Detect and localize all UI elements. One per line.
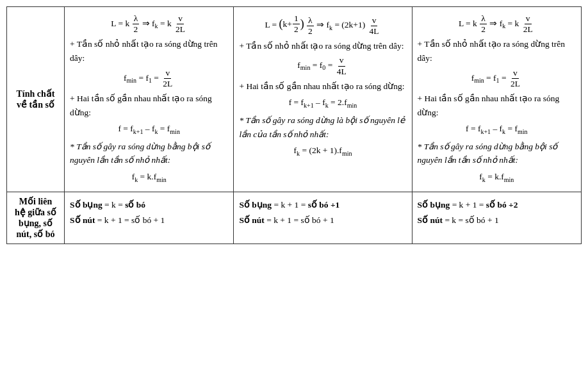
italic-text-2: * Tần số gây ra sóng dừng là bội số nguy… bbox=[239, 113, 406, 141]
formula-fk-1: fk = k.fmin bbox=[70, 170, 228, 185]
formula-fdiff-1: f = fk+1 – fk = fmin bbox=[70, 122, 228, 137]
row-header-moilien: Mối liên hệ giữa số bụng, số nút, số bó bbox=[7, 192, 65, 244]
tinhthat-col3: L = k λ2 ⇒ fk = k v2L + Tần số nhỏ nhất … bbox=[412, 7, 581, 192]
formula-fdiff-2: f = fk+1 – fk = 2.fmin bbox=[239, 95, 406, 111]
moilien-text3-1: Số bụng = k + 1 = số bó +2 bbox=[418, 198, 576, 212]
table-row-tinhthat: Tính chất về tần số L = k λ2 ⇒ fk = k v2… bbox=[7, 7, 582, 192]
moilien-text2-2: Số nút = k + 1 = số bó + 1 bbox=[239, 213, 406, 227]
table-row-moilien: Mối liên hệ giữa số bụng, số nút, số bó … bbox=[7, 192, 582, 244]
moilien-text1-1: Số bụng = k = số bó bbox=[70, 198, 228, 212]
formula-fmin-3: fmin = f1 = v2L bbox=[418, 68, 576, 89]
moilien-col2: Số bụng = k + 1 = số bó +1 Số nút = k + … bbox=[234, 192, 412, 244]
italic-text-1: * Tần số gây ra sóng dừng bằng bội số ng… bbox=[70, 140, 228, 167]
moilien-text2-1: Số bụng = k + 1 = số bó +1 bbox=[239, 198, 406, 212]
row-header-tinhthat: Tính chất về tần số bbox=[7, 7, 65, 192]
text-fanso-1: + Tần số nhỏ nhất tạo ra sóng dừng trên … bbox=[70, 37, 228, 65]
italic-text-3: * Tần số gây ra sóng dừng bằng bội số ng… bbox=[418, 140, 576, 167]
formula-lk-2: L = ( k+ 12 ) λ2 ⇒ fk = (2k+1) v4L bbox=[239, 13, 406, 37]
tinhthat-col1: L = k λ2 ⇒ fk = k v2L + Tần số nhỏ nhất … bbox=[65, 7, 234, 192]
moilien-col1: Số bụng = k = số bó Số nút = k + 1 = số … bbox=[65, 192, 234, 244]
text-fanso-2: + Tần số nhỏ nhất tạo ra sóng dừng trên … bbox=[239, 39, 406, 53]
formula-fk-3: fk = k.fmin bbox=[418, 170, 576, 185]
text-fanso-3: + Tần số nhỏ nhất tạo ra sóng dừng trên … bbox=[418, 37, 576, 65]
text-hai-2: + Hai tần số gần nhau nhất tạo ra sóng d… bbox=[239, 79, 406, 94]
moilien-col3: Số bụng = k + 1 = số bó +2 Số nút = k = … bbox=[412, 192, 581, 244]
formula-lk-1: L = k λ2 ⇒ fk = k v2L bbox=[70, 13, 228, 35]
formula-fdiff-3: f = fk+1 – fk = fmin bbox=[418, 122, 576, 137]
text-hai-3: + Hai tần số gần nhau nhất tạo ra sóng d… bbox=[418, 92, 576, 119]
main-table: Tính chất về tần số L = k λ2 ⇒ fk = k v2… bbox=[6, 6, 582, 244]
text-hai-1: + Hai tần số gần nhau nhất tạo ra sóng d… bbox=[70, 92, 228, 119]
tinhthat-col2: L = ( k+ 12 ) λ2 ⇒ fk = (2k+1) v4L + Tần… bbox=[234, 7, 412, 192]
formula-fk-2: fk = (2k + 1).fmin bbox=[239, 144, 406, 159]
formula-fmin-2: fmin = f0 = v4L bbox=[239, 55, 406, 76]
moilien-text1-2: Số nút = k + 1 = số bó + 1 bbox=[70, 213, 228, 227]
moilien-text3-2: Số nút = k = số bó + 1 bbox=[418, 213, 576, 227]
formula-fmin-1: fmin = f1 = v2L bbox=[70, 68, 228, 89]
formula-lk-3: L = k λ2 ⇒ fk = k v2L bbox=[418, 13, 576, 35]
